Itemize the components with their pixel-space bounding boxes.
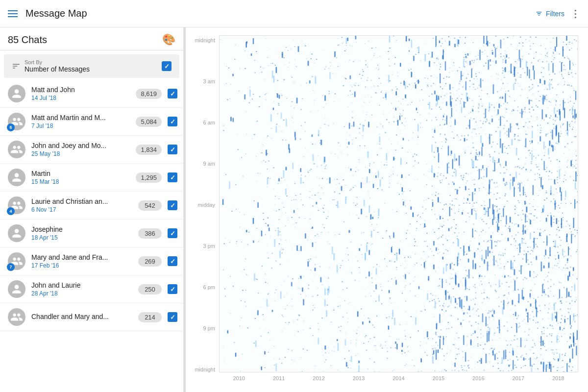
avatar-wrap: 6 — [8, 113, 25, 130]
chat-checkbox[interactable] — [168, 89, 177, 98]
chart-area: midnight3 am6 am9 ammidday3 pm6 pm9 pmmi… — [186, 27, 588, 392]
y-axis-label: midnight — [190, 37, 219, 43]
avatar-wrap — [8, 224, 25, 242]
chat-date: 17 Feb '16 — [31, 262, 132, 269]
x-axis-label: 2017 — [513, 375, 524, 381]
chat-name: Matt and John — [31, 86, 130, 94]
sort-bar[interactable]: Sort By Number of Messages — [4, 54, 179, 78]
chat-name: Josephine — [31, 225, 132, 233]
chat-date: 28 Apr '18 — [31, 290, 132, 297]
chat-item[interactable]: Matt and John14 Jul '188,619 — [0, 80, 183, 108]
avatar-wrap — [8, 141, 25, 158]
header-right: Filters ⋮ — [535, 8, 580, 20]
x-axis: 201020112012201320142015201620172018 — [219, 372, 578, 384]
chart-plot — [219, 35, 578, 372]
filter-icon — [535, 10, 543, 18]
single-avatar — [8, 169, 25, 186]
main-layout: 85 Chats 🎨 Sort By Number of Messages Ma… — [0, 27, 588, 392]
chart-container: midnight3 am6 am9 ammidday3 pm6 pm9 pmmi… — [190, 35, 578, 384]
menu-icon[interactable] — [8, 10, 18, 17]
chat-info: Martin15 Mar '18 — [31, 170, 130, 185]
chat-name: Martin — [31, 170, 130, 177]
header-left: Message Map — [8, 8, 87, 19]
avatar-wrap — [8, 85, 25, 102]
chat-checkbox[interactable] — [168, 200, 177, 210]
x-axis-label: 2018 — [552, 375, 564, 381]
message-count: 1,834 — [136, 145, 162, 155]
chat-checkbox[interactable] — [168, 228, 177, 238]
y-axis-label: 3 am — [190, 78, 219, 84]
sort-by-label: Sort By — [24, 59, 90, 65]
chat-item[interactable]: 6Matt and Martin and M...7 Jul '185,084 — [0, 108, 183, 136]
chat-date: 7 Jul '18 — [31, 122, 130, 129]
message-count: 542 — [138, 200, 162, 211]
x-axis-label: 2011 — [273, 375, 285, 381]
group-avatar — [8, 308, 25, 326]
chat-item[interactable]: Josephine18 Apr '15386 — [0, 220, 183, 247]
chat-info: Chandler and Mary and... — [31, 313, 132, 321]
chat-info: Matt and Martin and M...7 Jul '18 — [31, 114, 130, 129]
chats-count: 85 Chats — [8, 34, 47, 46]
y-axis-label: midday — [190, 202, 219, 208]
chat-name: John and Laurie — [31, 281, 132, 289]
x-axis-label: 2010 — [233, 375, 245, 381]
chat-name: Mary and Jane and Fra... — [31, 253, 132, 261]
avatar-wrap — [8, 169, 25, 186]
app-header: Message Map Filters ⋮ — [0, 0, 588, 27]
message-count: 214 — [138, 312, 162, 322]
avatar-wrap — [8, 280, 25, 298]
sort-bar-left: Sort By Number of Messages — [12, 59, 90, 73]
group-badge: 7 — [7, 263, 15, 271]
message-count: 269 — [138, 256, 162, 267]
avatar-wrap — [8, 308, 25, 326]
sidebar-header: 85 Chats 🎨 — [0, 27, 183, 50]
chat-checkbox[interactable] — [168, 256, 177, 266]
x-axis-label: 2016 — [472, 375, 484, 381]
x-axis-label: 2014 — [392, 375, 404, 381]
y-axis-label: 6 am — [190, 120, 219, 125]
chat-item[interactable]: John and Joey and Mo...25 May '181,834 — [0, 136, 183, 164]
chat-name: Laurie and Christian an... — [31, 197, 132, 205]
single-avatar — [8, 280, 25, 298]
chat-item[interactable]: John and Laurie28 Apr '18250 — [0, 275, 183, 303]
message-count: 8,619 — [136, 89, 162, 99]
more-button[interactable]: ⋮ — [570, 8, 580, 20]
x-axis-label: 2013 — [353, 375, 365, 381]
chat-date: 14 Jul '18 — [31, 95, 130, 101]
filters-button[interactable]: Filters — [535, 10, 564, 18]
chat-checkbox[interactable] — [168, 117, 177, 126]
chat-name: Chandler and Mary and... — [31, 313, 132, 320]
chat-info: John and Laurie28 Apr '18 — [31, 281, 132, 297]
group-avatar — [8, 141, 25, 158]
chat-date: 15 Mar '18 — [31, 178, 130, 185]
chat-item[interactable]: 4Laurie and Christian an...6 Nov '17542 — [0, 192, 183, 220]
chat-checkbox[interactable] — [168, 312, 177, 322]
y-axis-label: 6 pm — [190, 284, 219, 290]
y-axis-label: 9 am — [190, 161, 219, 167]
y-axis-label: midnight — [190, 367, 219, 372]
chat-list: Matt and John14 Jul '188,6196Matt and Ma… — [0, 80, 183, 392]
y-axis-label: 9 pm — [190, 325, 219, 331]
group-badge: 4 — [7, 207, 15, 215]
chat-info: Laurie and Christian an...6 Nov '17 — [31, 197, 132, 213]
message-count: 386 — [138, 228, 162, 239]
single-avatar — [8, 224, 25, 242]
chat-item[interactable]: 7Mary and Jane and Fra...17 Feb '16269 — [0, 247, 183, 275]
avatar-wrap: 7 — [8, 252, 25, 270]
dot-canvas — [220, 36, 578, 372]
chat-checkbox[interactable] — [168, 284, 177, 294]
group-badge: 6 — [7, 123, 15, 131]
chat-info: John and Joey and Mo...25 May '18 — [31, 142, 130, 157]
chat-checkbox[interactable] — [168, 172, 177, 182]
sort-icon — [12, 62, 21, 71]
chat-item[interactable]: Martin15 Mar '181,295 — [0, 164, 183, 192]
message-count: 1,295 — [136, 172, 162, 183]
sort-checkbox[interactable] — [162, 61, 172, 71]
message-count: 250 — [138, 284, 162, 294]
chat-checkbox[interactable] — [168, 145, 177, 154]
avatar-wrap: 4 — [8, 196, 25, 214]
palette-icon[interactable]: 🎨 — [162, 33, 175, 46]
chat-item[interactable]: Chandler and Mary and...214 — [0, 303, 183, 331]
chat-date: 6 Nov '17 — [31, 206, 132, 213]
chat-date: 18 Apr '15 — [31, 234, 132, 241]
